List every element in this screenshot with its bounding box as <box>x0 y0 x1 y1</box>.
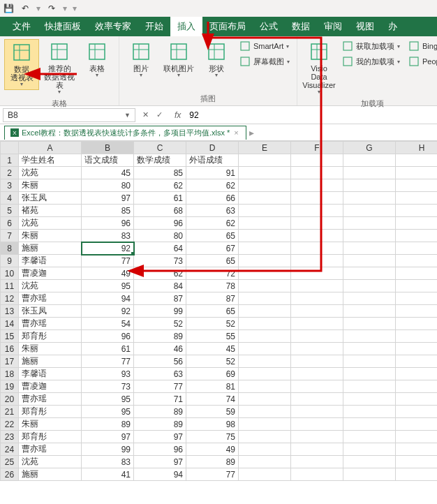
cell-C22[interactable]: 89 <box>134 418 186 431</box>
cell-B2[interactable]: 45 <box>82 167 134 179</box>
cell-A20[interactable]: 曹亦瑶 <box>19 393 82 406</box>
row-header-1[interactable]: 1 <box>1 154 19 167</box>
people-button[interactable]: Peop <box>406 54 437 68</box>
cell-H13[interactable] <box>396 305 438 318</box>
row-header-24[interactable]: 24 <box>1 443 19 456</box>
tab-开始[interactable]: 开始 <box>138 17 170 36</box>
pictures-button[interactable]: 图片▾ <box>124 39 158 80</box>
cell-E22[interactable] <box>239 418 291 431</box>
cell-G17[interactable] <box>343 355 396 368</box>
row-header-3[interactable]: 3 <box>1 179 19 192</box>
shapes-button[interactable]: 形状▾ <box>199 39 234 80</box>
cell-F19[interactable] <box>291 380 343 393</box>
cell-D25[interactable]: 89 <box>186 456 239 468</box>
undo-icon[interactable]: ↶ <box>20 3 31 14</box>
cell-C12[interactable]: 87 <box>134 292 186 305</box>
cell-G6[interactable] <box>343 217 396 230</box>
cell-F12[interactable] <box>291 292 343 305</box>
tab-nav-icon[interactable]: ▸ <box>249 127 254 138</box>
cell-E23[interactable] <box>239 431 291 443</box>
col-header-G[interactable]: G <box>343 142 396 154</box>
row-header-7[interactable]: 7 <box>1 230 19 242</box>
cell-G14[interactable] <box>343 318 396 330</box>
cell-G4[interactable] <box>343 192 396 205</box>
cell-D21[interactable]: 59 <box>186 406 239 418</box>
row-header-13[interactable]: 13 <box>1 305 19 318</box>
cell-A12[interactable]: 曹亦瑶 <box>19 292 82 305</box>
tab-插入[interactable]: 插入 <box>170 17 202 36</box>
cell-E17[interactable] <box>239 355 291 368</box>
cell-F20[interactable] <box>291 393 343 406</box>
bing-button[interactable]: Bing <box>406 39 437 53</box>
cell-A15[interactable]: 郑育彤 <box>19 330 82 343</box>
cell-A23[interactable]: 郑育彤 <box>19 431 82 443</box>
cell-C23[interactable]: 97 <box>134 431 186 443</box>
cell-A19[interactable]: 曹凌迦 <box>19 380 82 393</box>
cell-F9[interactable] <box>291 255 343 267</box>
cell-G1[interactable] <box>343 154 396 167</box>
cell-G19[interactable] <box>343 380 396 393</box>
cell-H17[interactable] <box>396 355 438 368</box>
cell-E24[interactable] <box>239 443 291 456</box>
row-header-21[interactable]: 21 <box>1 406 19 418</box>
cell-H16[interactable] <box>396 343 438 355</box>
cell-H22[interactable] <box>396 418 438 431</box>
tab-办[interactable]: 办 <box>381 17 404 36</box>
recommended-pivot-button[interactable]: 推荐的数据透视表▾ <box>42 39 77 97</box>
cell-C19[interactable]: 77 <box>134 380 186 393</box>
cell-F4[interactable] <box>291 192 343 205</box>
row-header-17[interactable]: 17 <box>1 355 19 368</box>
cell-A10[interactable]: 曹凌迦 <box>19 267 82 280</box>
cell-F24[interactable] <box>291 443 343 456</box>
row-header-4[interactable]: 4 <box>1 192 19 205</box>
cell-B5[interactable]: 85 <box>82 205 134 217</box>
cell-E4[interactable] <box>239 192 291 205</box>
cell-E21[interactable] <box>239 406 291 418</box>
cell-F2[interactable] <box>291 167 343 179</box>
cell-E14[interactable] <box>239 318 291 330</box>
cell-B19[interactable]: 73 <box>82 380 134 393</box>
cell-B3[interactable]: 80 <box>82 179 134 192</box>
cell-F15[interactable] <box>291 330 343 343</box>
cell-C6[interactable]: 96 <box>134 217 186 230</box>
cell-B8[interactable]: 92 <box>82 242 134 255</box>
cell-A3[interactable]: 朱丽 <box>19 179 82 192</box>
col-header-F[interactable]: F <box>291 142 343 154</box>
cell-G9[interactable] <box>343 255 396 267</box>
cell-B23[interactable]: 97 <box>82 431 134 443</box>
cell-E8[interactable] <box>239 242 291 255</box>
tab-数据[interactable]: 数据 <box>285 17 317 36</box>
cell-C14[interactable]: 52 <box>134 318 186 330</box>
cell-C17[interactable]: 56 <box>134 355 186 368</box>
cell-H5[interactable] <box>396 205 438 217</box>
row-header-23[interactable]: 23 <box>1 431 19 443</box>
cell-H18[interactable] <box>396 368 438 380</box>
cell-G8[interactable] <box>343 242 396 255</box>
row-header-5[interactable]: 5 <box>1 205 19 217</box>
workbook-tab[interactable]: X Excel教程：数据透视表快速统计多条件，多项目平均值.xlsx * × <box>4 126 246 140</box>
cell-C21[interactable]: 89 <box>134 406 186 418</box>
cell-A17[interactable]: 施丽 <box>19 355 82 368</box>
tab-页面布局[interactable]: 页面布局 <box>202 17 253 36</box>
cell-A7[interactable]: 朱丽 <box>19 230 82 242</box>
row-header-20[interactable]: 20 <box>1 393 19 406</box>
cell-E16[interactable] <box>239 343 291 355</box>
cell-D3[interactable]: 62 <box>186 179 239 192</box>
cell-C7[interactable]: 80 <box>134 230 186 242</box>
cell-D26[interactable]: 77 <box>186 468 239 481</box>
cell-B18[interactable]: 93 <box>82 368 134 380</box>
cell-G3[interactable] <box>343 179 396 192</box>
tab-审阅[interactable]: 审阅 <box>317 17 349 36</box>
cell-D10[interactable]: 72 <box>186 267 239 280</box>
cell-B24[interactable]: 99 <box>82 443 134 456</box>
cell-C2[interactable]: 85 <box>134 167 186 179</box>
name-box[interactable]: B8 ▼ <box>3 108 135 122</box>
cell-H15[interactable] <box>396 330 438 343</box>
cell-B4[interactable]: 97 <box>82 192 134 205</box>
pivot-table-button[interactable]: 数据透视表▾ <box>4 39 39 90</box>
tab-快捷面板[interactable]: 快捷面板 <box>38 17 88 36</box>
cell-A9[interactable]: 李馨语 <box>19 255 82 267</box>
cell-C4[interactable]: 61 <box>134 192 186 205</box>
tab-公式[interactable]: 公式 <box>253 17 285 36</box>
cell-H14[interactable] <box>396 318 438 330</box>
